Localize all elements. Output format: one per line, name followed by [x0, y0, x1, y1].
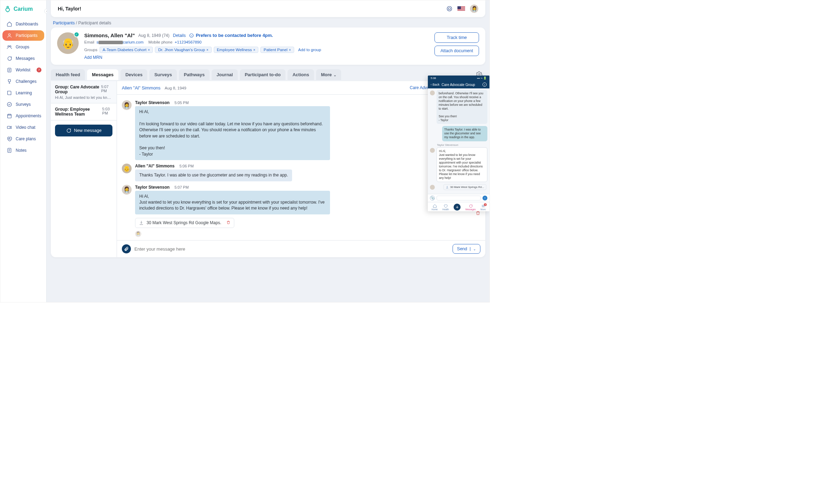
nav-label: Video chat [16, 125, 36, 130]
worklist-badge: 7 [37, 68, 41, 72]
tab-actions[interactable]: Actions [288, 69, 314, 80]
main-area: Hi, Taylor! 👩‍⚕️ Participants / Particip… [47, 0, 489, 302]
svg-point-9 [447, 6, 452, 11]
brand-logo-icon [4, 5, 11, 13]
nav-label: Learning [16, 90, 32, 95]
sidebar: Carium ‹ Dashboards Participants Groups … [0, 0, 47, 302]
chat-icon [7, 56, 12, 61]
sidebar-item-learning[interactable]: Learning [2, 88, 44, 98]
group-chip[interactable]: A-Team Diabetes Cohort× [100, 47, 153, 53]
mobile-input[interactable] [437, 196, 481, 200]
sidebar-item-groups[interactable]: Groups [2, 42, 44, 52]
mobile-nav-health[interactable]: Health [442, 204, 449, 211]
sidebar-item-participants[interactable]: Participants [2, 30, 44, 41]
group-chip[interactable]: Employee Wellness× [214, 47, 259, 53]
attach-button[interactable] [122, 244, 131, 253]
remove-chip-icon[interactable]: × [148, 48, 150, 52]
calendar-icon [7, 113, 12, 119]
thread-item[interactable]: Group: Care Advocate Group5:07 PM Hi Al,… [51, 81, 117, 103]
sidebar-item-appointments[interactable]: Appointments [2, 111, 44, 121]
mobile-attachment[interactable]: 30 Mark West Springs Rd... [444, 184, 486, 190]
thread-list: Group: Care Advocate Group5:07 PM Hi Al,… [51, 81, 117, 257]
message-attachment[interactable]: 30 Mark West Springs Rd Google Maps. [135, 218, 234, 228]
mobile-fab-button[interactable]: + [454, 204, 461, 211]
contact-preference: Prefers to be contacted before 4pm. [189, 33, 273, 38]
mobile-sender-name: Taylor Stevenson [437, 143, 487, 147]
breadcrumb-parent[interactable]: Participants [53, 21, 75, 25]
user-avatar[interactable]: 👩‍⚕️ [470, 5, 478, 13]
remove-chip-icon[interactable]: × [289, 48, 291, 52]
mobile-bubble: Thanks Taylor. I was able to use the glu… [442, 126, 487, 141]
tab-participant-todo[interactable]: Participant to-do [240, 69, 285, 80]
tab-pathways[interactable]: Pathways [179, 69, 210, 80]
attach-document-button[interactable]: Attach document [434, 46, 479, 56]
clipboard-icon [7, 67, 12, 73]
tab-messages[interactable]: Messages [87, 69, 118, 80]
mobile-nav-home[interactable]: Home [432, 204, 438, 211]
mobile-preview: 5:08 ••• ⏦ 🔋 ‹ Back Care Advocate Group … [428, 76, 489, 211]
sidebar-item-challenges[interactable]: Challenges [2, 76, 44, 87]
mobile-message-body[interactable]: beforehand. Otherwise I'll see you on th… [428, 88, 489, 194]
tab-health-feed[interactable]: Health feed [51, 69, 85, 80]
heart-icon [444, 204, 448, 208]
sender-avatar: 👴 [122, 164, 132, 173]
user-icon [7, 33, 12, 38]
conversation-name[interactable]: Allen "Al" Simmons [122, 85, 160, 90]
messages-panel: Group: Care Advocate Group5:07 PM Hi Al,… [51, 81, 485, 257]
book-icon [7, 90, 12, 96]
thread-item[interactable]: Group: Employee Wellness Team5:03 PM [51, 103, 117, 120]
mobile-back-button[interactable]: ‹ Back [431, 83, 440, 86]
tab-more[interactable]: More⌄ [316, 69, 341, 80]
tab-journal[interactable]: Journal [212, 69, 238, 80]
delete-message-icon[interactable] [476, 211, 480, 216]
svg-point-5 [7, 102, 11, 107]
message-input[interactable] [134, 244, 449, 254]
nav-label: Notes [16, 148, 26, 153]
video-icon [7, 125, 12, 130]
remove-chip-icon[interactable]: × [253, 48, 255, 52]
sidebar-item-dashboards[interactable]: Dashboards [2, 19, 44, 29]
sidebar-item-worklist[interactable]: Worklist7 [2, 65, 44, 75]
sidebar-item-careplans[interactable]: Care plans [2, 134, 44, 144]
redacted-email [99, 41, 123, 44]
mobile-nav-more[interactable]: 5More [480, 204, 486, 211]
sidebar-item-notes[interactable]: Notes [2, 145, 44, 156]
send-button[interactable]: Send⌄ [453, 244, 480, 254]
help-icon[interactable] [446, 6, 453, 12]
brand[interactable]: Carium [0, 3, 46, 18]
mobile-info-icon[interactable]: i [482, 82, 487, 87]
mobile-attach-button[interactable]: 📎 [430, 196, 435, 200]
track-time-button[interactable]: Track time [434, 32, 479, 43]
remove-chip-icon[interactable]: × [206, 48, 209, 52]
mobile-title: Care Advocate Group [442, 83, 480, 87]
new-message-button[interactable]: New message [55, 125, 112, 136]
add-to-group-link[interactable]: Add to group [298, 48, 321, 52]
group-chip[interactable]: Dr. Jhon Vaughan's Group× [155, 47, 211, 53]
message: 👴 Allen "Al" Simmons5:06 PM Thanks Taylo… [122, 164, 480, 181]
sidebar-item-videochat[interactable]: Video chat [2, 122, 44, 133]
tab-devices[interactable]: Devices [120, 69, 147, 80]
locale-flag-icon[interactable] [457, 6, 465, 11]
svg-rect-7 [7, 126, 10, 129]
details-link[interactable]: Details [173, 33, 186, 38]
group-chip[interactable]: Patient Panel× [260, 47, 294, 53]
tab-surveys[interactable]: Surveys [149, 69, 177, 80]
info-icon [189, 33, 194, 38]
mobile-nav-messages[interactable]: Messages [465, 204, 476, 211]
home-icon [433, 204, 437, 208]
compose-icon [66, 128, 71, 133]
add-mrn-link[interactable]: Add MRN [84, 55, 429, 60]
patient-photo[interactable]: 👴✓ [57, 32, 79, 54]
tab-row: Health feed Messages Devices Surveys Pat… [47, 65, 489, 81]
delete-attachment-icon[interactable] [226, 220, 230, 226]
sidebar-item-surveys[interactable]: Surveys [2, 99, 44, 110]
patient-card: 👴✓ Simmons, Allen "Al" Aug 8, 1949 (74) … [51, 27, 485, 65]
mobile-send-button[interactable]: ↑ [482, 196, 487, 200]
sidebar-item-messages[interactable]: Messages [2, 53, 44, 64]
mobile-bubble: beforehand. Otherwise I'll see you on th… [437, 90, 487, 124]
chevron-down-icon[interactable]: ⌄ [470, 247, 476, 251]
nav-label: Dashboards [16, 22, 38, 26]
patient-dob: Aug 8, 1949 (74) [138, 33, 169, 38]
nav-label: Groups [16, 45, 29, 49]
sender-avatar: 👩‍⚕️ [122, 185, 132, 195]
